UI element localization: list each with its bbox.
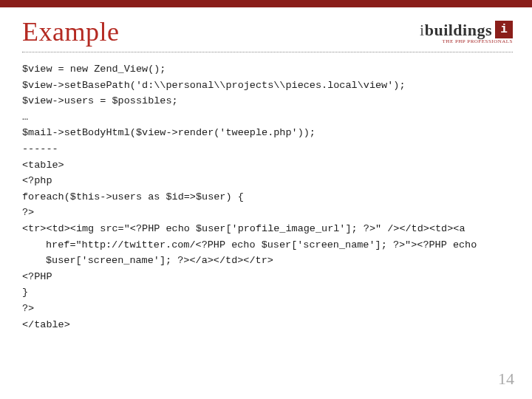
code-line: <?php bbox=[22, 173, 510, 189]
accent-bar bbox=[0, 0, 532, 7]
code-line: ?> bbox=[22, 301, 510, 317]
code-block: $view = new Zend_View(); $view->setBaseP… bbox=[0, 52, 532, 399]
logo-badge-icon: i bbox=[495, 21, 513, 38]
code-line: <tr><td><img src="<?PHP echo $user['prof… bbox=[22, 221, 510, 237]
code-line: $view = new Zend_View(); bbox=[22, 61, 510, 78]
code-line: <?PHP bbox=[22, 269, 510, 285]
code-line: … bbox=[22, 109, 510, 126]
code-line: ?> bbox=[22, 205, 510, 221]
code-line: $view->setBasePath('d:\\personal\\projec… bbox=[22, 78, 510, 94]
page-number: 14 bbox=[498, 369, 514, 389]
code-line: <table> bbox=[22, 157, 510, 174]
code-line: $mail->setBodyHtml($view->render('tweepl… bbox=[22, 125, 510, 141]
logo: ibuildings i THE PHP PROFESSIONALS bbox=[420, 16, 513, 44]
header: Example ibuildings i THE PHP PROFESSIONA… bbox=[0, 7, 532, 52]
code-line: } bbox=[22, 284, 510, 301]
code-line: $user['screen_name']; ?></a></td></tr> bbox=[22, 253, 510, 269]
code-line: href="http://twitter.com/<?PHP echo $use… bbox=[22, 237, 510, 253]
code-line: foreach($this->users as $id=>$user) { bbox=[22, 189, 510, 205]
logo-text: ibuildings bbox=[420, 21, 492, 40]
slide-title: Example bbox=[22, 16, 119, 47]
slide: Example ibuildings i THE PHP PROFESSIONA… bbox=[0, 0, 532, 399]
code-line: $view->users = $possibles; bbox=[22, 93, 510, 109]
code-line: </table> bbox=[22, 317, 510, 333]
code-line: ------ bbox=[22, 141, 510, 157]
